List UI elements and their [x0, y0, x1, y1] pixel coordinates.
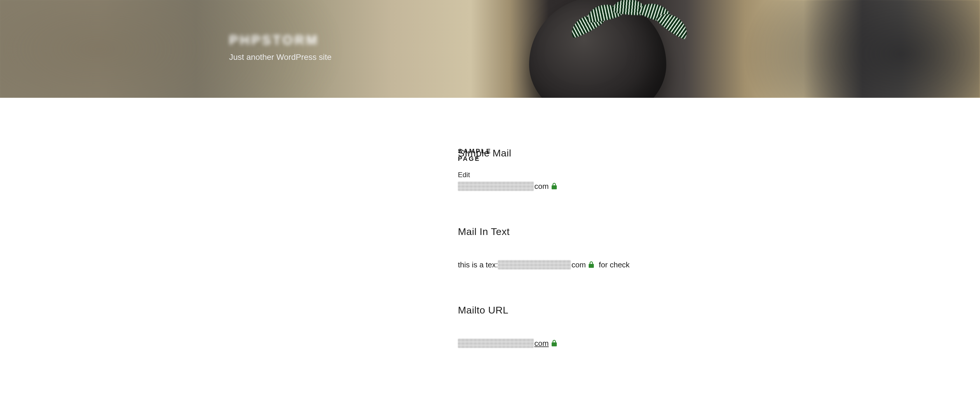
- heading-mail-in-text: Mail In Text: [458, 226, 751, 237]
- obscured-email-local: [498, 260, 571, 269]
- hero-plant: [568, 0, 694, 54]
- heading-simple-mail: SImple Mail: [458, 147, 751, 159]
- mailto-link[interactable]: com: [535, 339, 549, 348]
- lock-icon: [551, 182, 557, 190]
- heading-mailto-url: Mailto URL: [458, 304, 751, 316]
- sidebar: SAMPLE PAGE Edit: [229, 147, 458, 360]
- mail-tail: com: [535, 182, 549, 191]
- section-mail-in-text: Mail In Text this is a tex: com for chec…: [458, 226, 751, 269]
- site-branding: PHPSTORM Just another WordPress site: [229, 32, 331, 62]
- text-before: this is a tex:: [458, 260, 498, 269]
- mail-in-text-line: this is a tex: com for check: [458, 260, 751, 269]
- mailto-line: com: [458, 339, 751, 348]
- obscured-email-local: [458, 182, 534, 191]
- obscured-email-local: [458, 339, 534, 348]
- site-tagline: Just another WordPress site: [229, 53, 331, 62]
- simple-mail-line: com: [458, 182, 751, 191]
- mail-tail: com: [571, 260, 586, 269]
- section-mailto-url: Mailto URL com: [458, 304, 751, 348]
- header-hero: PHPSTORM Just another WordPress site: [0, 0, 980, 98]
- main-content: SImple Mail com Mail In Text this is a t…: [458, 147, 751, 360]
- lock-icon: [551, 339, 557, 347]
- lock-icon: [588, 261, 595, 269]
- section-simple-mail: SImple Mail com: [458, 147, 751, 191]
- text-after: for check: [595, 260, 630, 269]
- mailto-link-tail: com: [535, 339, 549, 348]
- site-title[interactable]: PHPSTORM: [229, 32, 331, 48]
